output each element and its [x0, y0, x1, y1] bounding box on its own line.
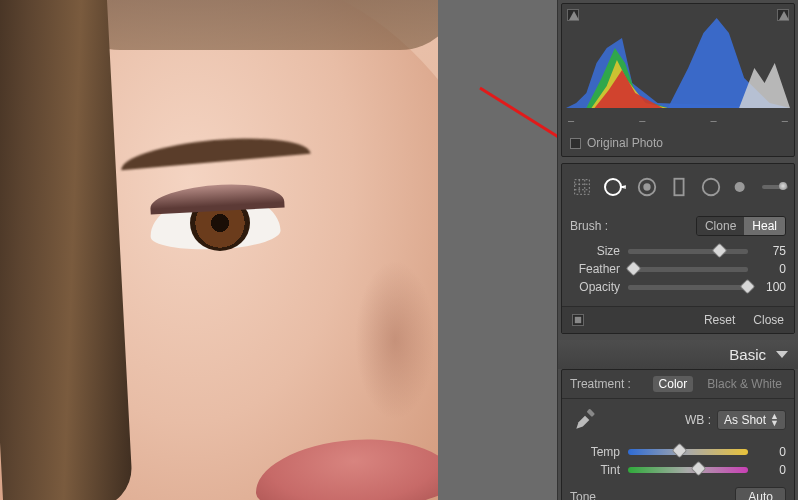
tone-label: Tone	[570, 490, 596, 500]
opacity-slider[interactable]	[628, 285, 748, 290]
brush-mode-segmented: Clone Heal	[696, 216, 786, 236]
treatment-row: Treatment : Color Black & White	[562, 370, 794, 399]
size-value[interactable]: 75	[756, 244, 786, 258]
opacity-label: Opacity	[570, 280, 620, 294]
treatment-color-button[interactable]: Color	[653, 376, 694, 392]
crop-tool[interactable]	[568, 172, 596, 202]
svg-rect-12	[575, 317, 581, 323]
basic-panel-header[interactable]: Basic	[558, 340, 798, 369]
photo-hair-top	[60, 0, 438, 50]
auto-tone-button[interactable]: Auto	[735, 487, 786, 500]
spot-removal-tool[interactable]	[600, 172, 628, 202]
slider-thumb-icon[interactable]	[712, 242, 728, 258]
temp-slider[interactable]	[628, 449, 748, 455]
shadow-clip-indicator[interactable]	[567, 9, 579, 21]
svg-rect-13	[587, 409, 595, 417]
histogram-module: – – – – Original Photo	[561, 3, 795, 157]
graduated-filter-tool[interactable]	[665, 172, 693, 202]
tool-strip-module: Brush : Clone Heal Size 75 Feather 0	[561, 163, 795, 334]
temp-label: Temp	[570, 445, 620, 459]
opacity-value[interactable]: 100	[756, 280, 786, 294]
slider-thumb-icon[interactable]	[740, 278, 756, 294]
spot-removal-options: Brush : Clone Heal Size 75 Feather 0	[562, 210, 794, 306]
clone-mode-button[interactable]: Clone	[697, 217, 744, 235]
checkbox-icon[interactable]	[570, 138, 581, 149]
radial-filter-tool[interactable]	[697, 172, 725, 202]
basic-panel: Treatment : Color Black & White WB : As …	[561, 369, 795, 500]
svg-rect-9	[674, 179, 683, 196]
size-slider-row: Size 75	[570, 244, 786, 258]
tone-row: Tone Auto	[562, 481, 794, 500]
histogram-graph	[566, 8, 790, 108]
svg-point-6	[605, 179, 621, 195]
readout-val: –	[711, 114, 717, 126]
slider-thumb-icon[interactable]	[691, 461, 707, 477]
develop-panel: – – – – Original Photo	[557, 0, 798, 500]
tint-label: Tint	[570, 463, 620, 477]
close-button[interactable]: Close	[753, 313, 784, 327]
treatment-bw-button[interactable]: Black & White	[703, 377, 786, 391]
adjustment-brush-tool[interactable]	[729, 172, 757, 202]
wb-preset-dropdown[interactable]: As Shot ▲▼	[717, 410, 786, 430]
feather-slider-row: Feather 0	[570, 262, 786, 276]
wb-preset-value: As Shot	[724, 413, 766, 427]
brush-label: Brush :	[570, 219, 608, 233]
feather-label: Feather	[570, 262, 620, 276]
white-balance-eyedropper[interactable]	[570, 405, 600, 435]
wb-label: WB :	[606, 413, 711, 427]
histogram[interactable]	[562, 4, 794, 114]
tool-footer: Reset Close	[562, 306, 794, 333]
size-label: Size	[570, 244, 620, 258]
heal-mode-button[interactable]: Heal	[744, 217, 785, 235]
temp-value[interactable]: 0	[756, 445, 786, 459]
tint-slider-row: Tint 0	[562, 463, 794, 477]
white-balance-row: WB : As Shot ▲▼	[562, 399, 794, 441]
original-photo-label: Original Photo	[587, 136, 663, 150]
chevron-down-icon[interactable]	[776, 351, 788, 358]
feather-slider[interactable]	[628, 267, 748, 272]
brush-size-mini-slider[interactable]	[762, 185, 788, 189]
tool-strip	[562, 164, 794, 210]
basic-header-label: Basic	[729, 346, 766, 363]
panel-switch-icon[interactable]	[572, 314, 584, 326]
svg-rect-1	[575, 180, 590, 195]
original-photo-toggle[interactable]: Original Photo	[562, 130, 794, 156]
size-slider[interactable]	[628, 249, 748, 254]
tint-slider[interactable]	[628, 467, 748, 473]
histogram-readout: – – – –	[562, 114, 794, 130]
slider-thumb-icon[interactable]	[626, 260, 642, 276]
temp-slider-row: Temp 0	[562, 445, 794, 459]
slider-thumb-icon[interactable]	[671, 443, 687, 459]
svg-point-10	[703, 179, 720, 196]
highlight-clip-indicator[interactable]	[777, 9, 789, 21]
svg-point-11	[735, 182, 745, 192]
select-arrows-icon: ▲▼	[770, 413, 779, 427]
photo-nose	[355, 260, 435, 420]
opacity-slider-row: Opacity 100	[570, 280, 786, 294]
feather-value[interactable]: 0	[756, 262, 786, 276]
readout-val: –	[568, 114, 574, 126]
readout-val: –	[782, 114, 788, 126]
svg-point-8	[643, 183, 650, 190]
image-preview[interactable]	[0, 0, 438, 500]
readout-val: –	[639, 114, 645, 126]
redeye-tool[interactable]	[633, 172, 661, 202]
treatment-label: Treatment :	[570, 377, 643, 391]
reset-button[interactable]: Reset	[704, 313, 735, 327]
tint-value[interactable]: 0	[756, 463, 786, 477]
